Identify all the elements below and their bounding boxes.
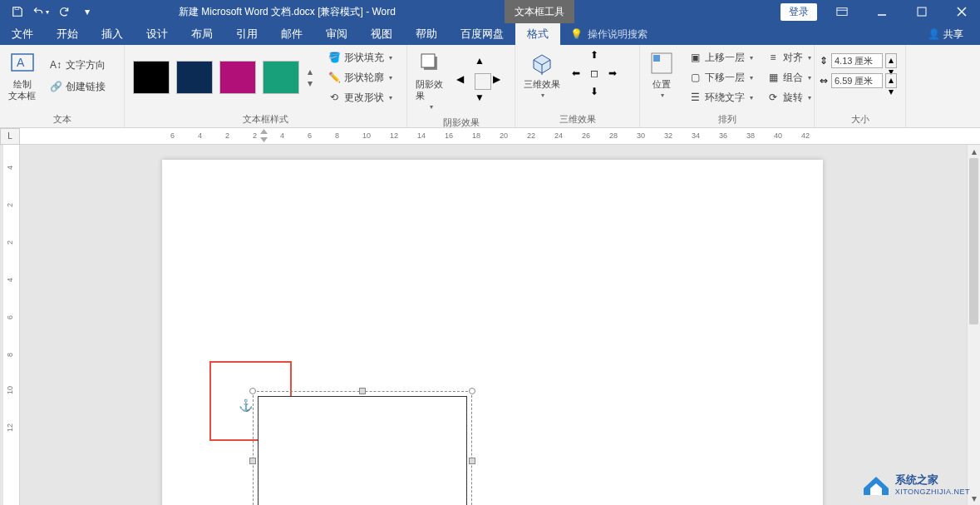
minimize-button[interactable] <box>864 0 900 23</box>
workspace: 4224681012 ⚓ ▴ ▾ <box>0 145 980 505</box>
shape-fill-button[interactable]: 🪣形状填充▾ <box>324 48 396 67</box>
height-icon: ⇕ <box>820 55 828 67</box>
tab-format[interactable]: 格式 <box>515 23 560 45</box>
height-input[interactable] <box>831 53 883 68</box>
scroll-up-icon[interactable]: ▴ <box>968 145 980 158</box>
handle-w[interactable] <box>249 458 256 464</box>
login-button[interactable]: 登录 <box>781 3 817 21</box>
contextual-tab-label: 文本框工具 <box>505 0 574 23</box>
group-icon: ▦ <box>766 71 780 84</box>
tab-help[interactable]: 帮助 <box>404 23 449 45</box>
tilt-right-icon[interactable]: ➡ <box>608 67 625 84</box>
horizontal-ruler[interactable]: 6422468101214161820222426283032343638404… <box>162 129 963 144</box>
width-control: ⇔ ▴▾ <box>820 73 900 88</box>
style-swatch-navy[interactable] <box>176 61 213 94</box>
vertical-scrollbar[interactable]: ▴ ▾ <box>967 145 980 505</box>
tab-references[interactable]: 引用 <box>224 23 269 45</box>
tab-file[interactable]: 文件 <box>0 23 45 45</box>
tilt-up-icon[interactable]: ⬆ <box>590 49 607 66</box>
tab-insert[interactable]: 插入 <box>90 23 135 45</box>
style-swatch-magenta[interactable] <box>219 61 256 94</box>
text-direction-icon: A↕ <box>49 58 62 72</box>
share-button[interactable]: 👤 共享 <box>928 27 963 42</box>
group-text: A 绘制 文本框 A↕文字方向 🔗创建链接 文本 <box>0 45 125 127</box>
window-controls: 登录 <box>781 0 980 23</box>
redo-button[interactable] <box>53 2 75 22</box>
group-textbox-styles: ▴▾ 🪣形状填充▾ ✏️形状轮廓▾ ⟲更改形状▾ 文本框样式 <box>125 45 407 127</box>
shadow-icon <box>417 50 444 77</box>
style-swatch-black[interactable] <box>133 61 170 94</box>
tab-view[interactable]: 视图 <box>359 23 404 45</box>
tab-selector[interactable]: L <box>0 128 20 145</box>
rotate-label: 旋转 <box>783 91 803 105</box>
bring-forward-icon: ▣ <box>688 51 702 64</box>
tab-mail[interactable]: 邮件 <box>269 23 314 45</box>
change-shape-icon: ⟲ <box>327 91 341 104</box>
handle-ne[interactable] <box>469 388 475 394</box>
textbox-icon: A <box>9 50 36 77</box>
change-shape-button[interactable]: ⟲更改形状▾ <box>324 88 396 106</box>
tab-home[interactable]: 开始 <box>45 23 90 45</box>
tilt-down-icon[interactable]: ⬇ <box>590 86 607 102</box>
handle-nw[interactable] <box>249 388 256 394</box>
group-objects-button[interactable]: ▦组合▾ <box>763 68 815 87</box>
watermark-name: 系统之家 <box>895 473 970 488</box>
height-stepper[interactable]: ▴▾ <box>885 53 897 68</box>
wrap-text-button[interactable]: ☰环绕文字▾ <box>685 88 756 106</box>
position-button[interactable]: 位置▾ <box>645 48 678 103</box>
width-stepper[interactable]: ▴▾ <box>885 73 897 88</box>
qat-customize-button[interactable]: ▾ <box>76 2 98 22</box>
tab-baidu[interactable]: 百度网盘 <box>449 23 515 45</box>
svg-rect-1 <box>837 8 847 16</box>
bring-forward-button[interactable]: ▣上移一层▾ <box>685 48 756 67</box>
send-backward-button[interactable]: ▢下移一层▾ <box>685 68 756 87</box>
create-link-button[interactable]: 🔗创建链接 <box>46 77 109 96</box>
style-gallery[interactable]: ▴▾ <box>130 59 316 96</box>
ribbon-display-options[interactable] <box>824 0 860 23</box>
tilt-center-icon[interactable]: ◻ <box>590 67 607 84</box>
shape-outline-button[interactable]: ✏️形状轮廓▾ <box>324 68 396 87</box>
draw-textbox-button[interactable]: A 绘制 文本框 <box>5 48 39 103</box>
width-input[interactable] <box>831 73 883 88</box>
maximize-button[interactable] <box>904 0 940 23</box>
nudge-left-icon[interactable]: ◀ <box>456 73 473 90</box>
tab-review[interactable]: 审阅 <box>314 23 359 45</box>
close-button[interactable] <box>943 0 980 23</box>
tell-me-search[interactable]: 💡 操作说明搜索 <box>570 27 648 42</box>
gallery-more-icon[interactable]: ▴▾ <box>308 61 313 94</box>
group-3d-label: 三维效果 <box>520 111 634 127</box>
position-icon <box>648 50 675 77</box>
3d-tilt-pad[interactable]: ⬆ ⬅◻➡ ⬇ <box>572 49 625 102</box>
align-button[interactable]: ≡对齐▾ <box>763 48 815 67</box>
shadow-nudge-pad[interactable]: ▲ ◀▶ ▼ <box>456 55 510 108</box>
vertical-ruler[interactable]: 4224681012 <box>3 145 20 505</box>
nudge-right-icon[interactable]: ▶ <box>493 73 510 90</box>
svg-rect-4 <box>918 7 926 16</box>
handle-e[interactable] <box>469 458 475 464</box>
watermark: 系统之家 XITONGZHIJIA.NET <box>862 472 970 497</box>
send-backward-label: 下移一层 <box>705 71 745 85</box>
undo-button[interactable]: ▾ <box>30 2 52 22</box>
textbox-shape[interactable] <box>258 396 467 505</box>
tab-design[interactable]: 设计 <box>135 23 180 45</box>
position-label: 位置 <box>653 78 671 90</box>
create-link-label: 创建链接 <box>66 80 106 94</box>
nudge-center-icon[interactable] <box>475 73 491 90</box>
shadow-effect-button[interactable]: 阴影效果▾ <box>412 48 448 115</box>
tilt-left-icon[interactable]: ⬅ <box>572 67 588 84</box>
bring-forward-label: 上移一层 <box>705 51 745 65</box>
selected-textbox[interactable] <box>253 391 472 505</box>
rotate-button[interactable]: ⟳旋转▾ <box>763 88 815 106</box>
nudge-down-icon[interactable]: ▼ <box>475 92 491 108</box>
nudge-up-icon[interactable]: ▲ <box>475 55 491 72</box>
text-direction-button[interactable]: A↕文字方向 <box>46 56 109 74</box>
tab-layout[interactable]: 布局 <box>180 23 224 45</box>
handle-n[interactable] <box>359 388 366 394</box>
save-button[interactable] <box>7 2 28 22</box>
scroll-thumb[interactable] <box>969 158 978 324</box>
share-label: 共享 <box>943 27 963 42</box>
group-arrange: 位置▾ ▣上移一层▾ ▢下移一层▾ ☰环绕文字▾ ≡对齐▾ ▦组合▾ ⟳旋转▾ … <box>640 45 815 127</box>
group-arrange-label: 排列 <box>645 111 809 127</box>
style-swatch-teal[interactable] <box>263 61 299 94</box>
3d-effect-button[interactable]: 三维效果▾ <box>520 48 564 103</box>
